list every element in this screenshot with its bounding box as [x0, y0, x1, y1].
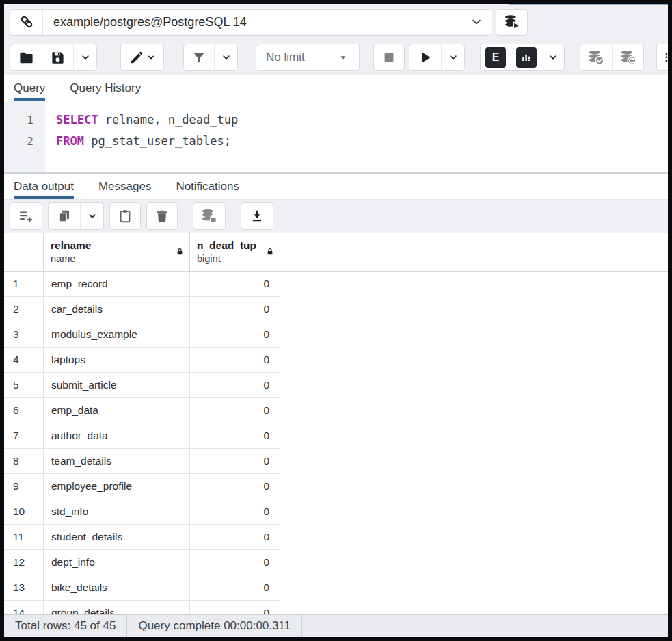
- explain-analyze-button[interactable]: [511, 44, 541, 70]
- open-file-button[interactable]: [10, 44, 42, 70]
- copy-options-button[interactable]: [80, 203, 103, 229]
- cell-relname[interactable]: emp_record: [44, 272, 190, 297]
- row-number[interactable]: 10: [4, 499, 44, 525]
- macros-list-button[interactable]: [657, 44, 672, 70]
- save-button[interactable]: [42, 44, 73, 70]
- delete-row-button[interactable]: [147, 203, 177, 229]
- cell-relname[interactable]: laptops: [44, 348, 190, 373]
- chevron-down-icon: [221, 52, 232, 63]
- row-number[interactable]: 7: [4, 423, 44, 449]
- cell-n-dead-tup[interactable]: 0: [190, 398, 280, 423]
- add-row-icon: [18, 208, 34, 224]
- sql-keyword: SELECT: [56, 113, 98, 127]
- tab-messages[interactable]: Messages: [98, 174, 151, 199]
- database-commit-icon: [587, 49, 605, 66]
- column-header-n-dead-tup[interactable]: n_dead_tup bigint: [190, 233, 280, 271]
- tab-query-history-label: Query History: [70, 81, 141, 95]
- cell-relname[interactable]: bike_details: [44, 575, 190, 601]
- chevron-down-icon: [80, 52, 91, 63]
- table-row: 10 std_info 0: [4, 499, 668, 525]
- cell-relname[interactable]: modulus_example: [44, 322, 190, 348]
- cell-n-dead-tup[interactable]: 0: [190, 474, 280, 499]
- filter-options-button[interactable]: [214, 44, 237, 70]
- explain-button[interactable]: E: [481, 44, 511, 70]
- edit-macros-button[interactable]: [121, 44, 163, 70]
- cell-n-dead-tup[interactable]: 0: [190, 297, 280, 322]
- cell-relname[interactable]: car_details: [44, 297, 190, 322]
- column-header-relname[interactable]: relname name: [44, 233, 190, 271]
- row-number[interactable]: 1: [4, 272, 44, 297]
- row-number[interactable]: 8: [4, 449, 44, 474]
- cell-n-dead-tup[interactable]: 0: [190, 499, 280, 525]
- copy-button[interactable]: [49, 203, 80, 229]
- cell-n-dead-tup[interactable]: 0: [190, 601, 280, 614]
- cell-n-dead-tup[interactable]: 0: [190, 322, 280, 348]
- tab-data-output[interactable]: Data output: [14, 174, 74, 199]
- add-row-button[interactable]: [10, 203, 42, 229]
- code-line-1: SELECT relname, n_dead_tup: [56, 109, 668, 131]
- new-connection-button[interactable]: [496, 9, 528, 36]
- row-number[interactable]: 6: [4, 398, 44, 423]
- pencil-icon: [129, 50, 144, 65]
- cell-relname[interactable]: team_details: [44, 449, 190, 474]
- cell-n-dead-tup[interactable]: 0: [190, 348, 280, 373]
- column-type: bigint: [197, 252, 256, 265]
- row-number[interactable]: 13: [4, 575, 44, 601]
- cell-n-dead-tup[interactable]: 0: [190, 550, 280, 575]
- table-row: 1 emp_record 0: [4, 272, 668, 297]
- row-number[interactable]: 2: [4, 297, 44, 322]
- save-data-changes-button[interactable]: [193, 203, 225, 229]
- commit-button[interactable]: [580, 44, 612, 70]
- cell-relname[interactable]: employee_profile: [44, 474, 190, 499]
- row-number[interactable]: 11: [4, 525, 44, 550]
- download-results-button[interactable]: [241, 203, 273, 229]
- trash-icon: [154, 209, 170, 224]
- sql-editor[interactable]: 1 2 SELECT relname, n_dead_tup FROM pg_s…: [4, 101, 668, 172]
- chevron-down-icon: [146, 53, 156, 62]
- row-number[interactable]: 3: [4, 322, 44, 348]
- cell-relname[interactable]: dept_info: [44, 550, 190, 575]
- chevron-down-icon: [461, 15, 492, 29]
- row-number[interactable]: 14: [4, 601, 44, 614]
- database-lock-icon: [200, 207, 218, 225]
- connection-dropdown[interactable]: example/postgres@PostgreSQL 14: [10, 9, 492, 36]
- cancel-query-button[interactable]: [374, 44, 404, 70]
- tab-notifications[interactable]: Notifications: [176, 174, 239, 199]
- chevron-down-icon: [448, 52, 459, 63]
- chevron-down-icon: [548, 52, 559, 63]
- cell-n-dead-tup[interactable]: 0: [190, 575, 280, 601]
- save-options-button[interactable]: [73, 44, 96, 70]
- status-bar: Total rows: 45 of 45 Query complete 00:0…: [4, 614, 668, 637]
- cell-relname[interactable]: student_details: [44, 525, 190, 550]
- execute-options-button[interactable]: [441, 44, 464, 70]
- select-all-corner[interactable]: [4, 233, 44, 271]
- row-number[interactable]: 9: [4, 474, 44, 499]
- caret-down-icon: [337, 51, 349, 64]
- paste-button[interactable]: [110, 203, 140, 229]
- tab-query-history[interactable]: Query History: [70, 75, 141, 101]
- filter-button[interactable]: [184, 44, 214, 70]
- rollback-button[interactable]: [612, 44, 643, 70]
- cell-relname[interactable]: group_details: [44, 601, 190, 614]
- cell-relname[interactable]: author_data: [44, 423, 190, 449]
- row-number[interactable]: 5: [4, 373, 44, 398]
- editor-code-area[interactable]: SELECT relname, n_dead_tup FROM pg_stat_…: [45, 101, 668, 172]
- row-limit-dropdown[interactable]: No limit: [256, 44, 359, 70]
- row-number[interactable]: 4: [4, 348, 44, 373]
- cell-n-dead-tup[interactable]: 0: [190, 525, 280, 550]
- cell-n-dead-tup[interactable]: 0: [190, 373, 280, 398]
- cell-n-dead-tup[interactable]: 0: [190, 423, 280, 449]
- execute-query-button[interactable]: [409, 44, 441, 70]
- cell-relname[interactable]: submit_article: [44, 373, 190, 398]
- cell-relname[interactable]: emp_data: [44, 398, 190, 423]
- sql-keyword: FROM: [56, 134, 84, 148]
- tab-query[interactable]: Query: [14, 75, 45, 101]
- database-play-icon: [503, 13, 521, 31]
- explain-options-button[interactable]: [541, 44, 564, 70]
- cell-relname[interactable]: std_info: [44, 499, 190, 525]
- cell-n-dead-tup[interactable]: 0: [190, 272, 280, 297]
- cell-n-dead-tup[interactable]: 0: [190, 449, 280, 474]
- row-number[interactable]: 12: [4, 550, 44, 575]
- sql-text: relname, n_dead_tup: [98, 113, 238, 127]
- explain-e-icon: E: [485, 47, 506, 68]
